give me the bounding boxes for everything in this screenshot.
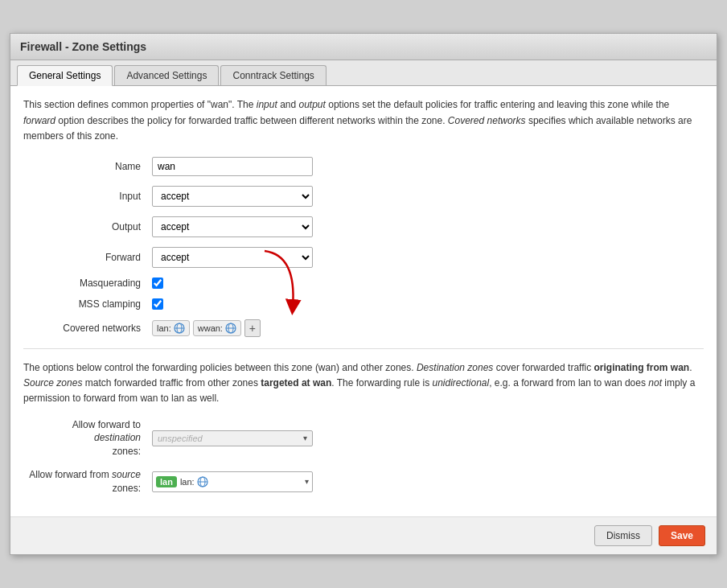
forward-select[interactable]: accept drop reject xyxy=(152,247,313,268)
add-network-button[interactable]: + xyxy=(244,319,261,337)
tab-general[interactable]: General Settings xyxy=(17,65,113,86)
input-row: Input accept drop reject xyxy=(23,186,704,207)
tab-advanced[interactable]: Advanced Settings xyxy=(114,65,219,85)
main-content: This section defines common properties o… xyxy=(10,86,717,516)
mss-checkbox-wrap xyxy=(152,298,163,310)
forward-label: Forward xyxy=(23,252,152,263)
tab-conntrack[interactable]: Conntrack Settings xyxy=(220,65,326,85)
firewall-zone-settings-window: Firewall - Zone Settings General Setting… xyxy=(10,33,717,554)
masquerading-checkbox-wrap xyxy=(152,278,163,289)
network-badge-lan: lan: xyxy=(152,320,190,336)
output-row: Output accept drop reject xyxy=(23,216,704,237)
section-divider xyxy=(23,348,704,349)
output-label: Output xyxy=(23,221,152,232)
covered-networks-row: Covered networks lan: xyxy=(23,319,704,337)
source-zones-row: Allow forward from sourcezones: lan lan:… xyxy=(23,468,704,495)
forward-row: Forward accept drop reject xyxy=(23,247,704,268)
wwan-icon xyxy=(225,323,236,334)
network-badge-wwan: wwan: xyxy=(193,320,241,336)
source-zones-select-wrap[interactable]: lan lan: ▾ xyxy=(152,471,313,492)
source-lan-badge: lan xyxy=(156,476,177,487)
name-row: Name xyxy=(23,157,704,176)
output-select[interactable]: accept drop reject xyxy=(152,216,313,237)
footer: Dismiss Save xyxy=(10,516,717,554)
input-select[interactable]: accept drop reject xyxy=(152,186,313,207)
tab-bar: General Settings Advanced Settings Connt… xyxy=(10,60,717,86)
dismiss-button[interactable]: Dismiss xyxy=(594,525,652,546)
name-input[interactable] xyxy=(152,157,313,176)
mss-row: MSS clamping xyxy=(23,298,704,310)
mss-checkbox[interactable] xyxy=(152,298,163,310)
dest-zones-select[interactable]: unspecified ▾ xyxy=(152,430,313,446)
source-dropdown-arrow: ▾ xyxy=(305,477,309,486)
save-button[interactable]: Save xyxy=(659,525,705,546)
mss-label: MSS clamping xyxy=(23,298,152,310)
input-label: Input xyxy=(23,191,152,202)
source-lan-icon xyxy=(197,476,208,487)
name-label: Name xyxy=(23,161,152,172)
masquerading-row: Masquerading xyxy=(23,278,704,289)
lan-icon xyxy=(174,323,185,334)
source-network-badge-lan: lan: xyxy=(180,476,208,487)
forwarding-description: The options below control the forwarding… xyxy=(23,360,704,407)
masquerading-label: Masquerading xyxy=(23,278,152,289)
dest-zones-row: Allow forward to destinationzones: unspe… xyxy=(23,418,704,458)
covered-networks-list: lan: wwan: + xyxy=(152,319,261,337)
masquerading-checkbox[interactable] xyxy=(152,278,163,289)
description-text: This section defines common properties o… xyxy=(23,97,704,144)
dest-dropdown-arrow: ▾ xyxy=(303,434,307,442)
window-title: Firewall - Zone Settings xyxy=(10,34,717,60)
covered-networks-label: Covered networks xyxy=(23,323,152,334)
source-zones-label: Allow forward from sourcezones: xyxy=(23,468,152,495)
title-text: Firewall - Zone Settings xyxy=(20,40,146,53)
dest-zones-label: Allow forward to destinationzones: xyxy=(23,418,152,458)
